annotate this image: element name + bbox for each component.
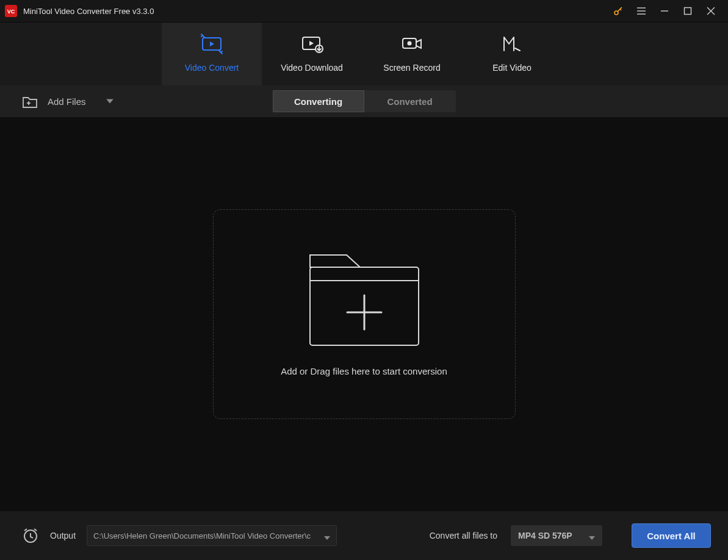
- alarm-clock-icon[interactable]: [22, 527, 39, 544]
- stage: Add or Drag files here to start conversi…: [0, 117, 728, 511]
- subtab-label: Converted: [387, 96, 432, 107]
- tab-label: Video Convert: [185, 63, 239, 73]
- main-nav: Video Convert Video Download Screen Reco…: [0, 22, 728, 85]
- video-convert-icon: [201, 36, 222, 52]
- svg-marker-24: [324, 536, 330, 540]
- subtab-label: Converting: [294, 96, 342, 107]
- tab-video-convert[interactable]: Video Convert: [162, 23, 262, 85]
- folder-plus-icon: [306, 253, 422, 348]
- svg-point-15: [408, 41, 412, 45]
- output-format-select[interactable]: MP4 SD 576P: [511, 525, 602, 546]
- tab-label: Screen Record: [383, 63, 440, 73]
- convert-all-button[interactable]: Convert All: [632, 523, 711, 548]
- key-icon[interactable]: [613, 6, 623, 16]
- tab-screen-record[interactable]: Screen Record: [362, 23, 462, 85]
- tab-label: Edit Video: [492, 63, 532, 73]
- output-path-text: C:\Users\Helen Green\Documents\MiniTool …: [93, 531, 319, 540]
- chevron-down-icon: [324, 533, 330, 539]
- subtab-converted[interactable]: Converted: [364, 90, 456, 112]
- tab-video-download[interactable]: Video Download: [262, 23, 362, 85]
- subtab-converting[interactable]: Converting: [273, 90, 364, 112]
- dropzone[interactable]: Add or Drag files here to start conversi…: [213, 209, 516, 419]
- edit-video-icon: [502, 36, 522, 52]
- svg-marker-10: [210, 41, 214, 46]
- dropzone-text: Add or Drag files here to start conversi…: [281, 366, 447, 376]
- svg-marker-25: [589, 536, 595, 540]
- output-format-text: MP4 SD 576P: [518, 531, 584, 540]
- convert-to-label: Convert all files to: [430, 531, 497, 540]
- sub-tabs: Converting Converted: [273, 90, 456, 112]
- add-files-button[interactable]: Add Files: [22, 94, 114, 109]
- tab-label: Video Download: [281, 63, 343, 73]
- titlebar: VC MiniTool Video Converter Free v3.3.0: [0, 0, 728, 22]
- svg-marker-12: [309, 41, 314, 46]
- svg-rect-6: [685, 8, 691, 15]
- screen-record-icon: [402, 36, 422, 52]
- app-logo: VC: [5, 5, 17, 17]
- minimize-icon[interactable]: [660, 6, 669, 16]
- chevron-down-icon[interactable]: [106, 97, 114, 106]
- output-label: Output: [50, 531, 76, 540]
- add-files-label: Add Files: [48, 96, 86, 107]
- svg-text:VC: VC: [7, 9, 15, 15]
- svg-point-1: [614, 11, 618, 15]
- sub-toolbar: Add Files Converting Converted: [0, 85, 728, 117]
- output-path-select[interactable]: C:\Users\Helen Green\Documents\MiniTool …: [87, 525, 337, 546]
- maximize-icon[interactable]: [683, 6, 693, 16]
- close-icon[interactable]: [706, 6, 716, 16]
- window-controls: [613, 6, 723, 16]
- svg-marker-18: [106, 99, 114, 104]
- tab-edit-video[interactable]: Edit Video: [462, 23, 562, 85]
- bottom-bar: Output C:\Users\Helen Green\Documents\Mi…: [0, 511, 728, 560]
- chevron-down-icon: [589, 533, 595, 539]
- video-download-icon: [301, 36, 322, 52]
- add-file-icon: [22, 94, 38, 109]
- convert-all-label: Convert All: [647, 531, 695, 541]
- menu-icon[interactable]: [636, 6, 646, 16]
- app-title: MiniTool Video Converter Free v3.3.0: [23, 7, 154, 16]
